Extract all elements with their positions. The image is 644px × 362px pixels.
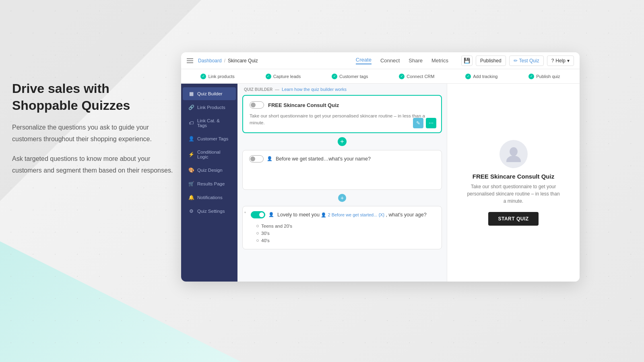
toggle-knob	[251, 103, 256, 107]
published-button[interactable]: Published	[476, 56, 506, 66]
conditional-logic-icon: ⚡	[188, 152, 194, 157]
check-capture-leads-icon: ✓	[266, 74, 271, 79]
nav-metrics[interactable]: Metrics	[431, 58, 448, 64]
preview-avatar	[500, 140, 528, 168]
published-label: Published	[480, 58, 502, 64]
question-header-1: 👤 Before we get started…what's your name…	[249, 155, 435, 162]
sidebar-label-quiz-design: Quiz Design	[197, 168, 223, 173]
top-actions: 💾 Published ✏ Test Quiz ? Help ▾	[461, 56, 574, 66]
results-page-icon: 🛒	[188, 181, 194, 187]
builder-area: QUIZ BUILDER — Learn how the quiz builde…	[237, 84, 447, 282]
app-window: Dashboard / Skincare Quiz Create Connect…	[181, 52, 580, 282]
quiz-card-title: FREE Skincare Consult Quiz	[268, 102, 339, 108]
quiz-design-icon: 🎨	[188, 167, 194, 173]
help-chevron-icon: ▾	[567, 58, 570, 64]
progress-link-products-label: Link products	[208, 74, 234, 79]
breadcrumb-current: Skincare Quiz	[228, 58, 258, 64]
progress-customer-tags: ✓ Customer tags	[332, 74, 368, 79]
question-card-1: 👤 Before we get started…what's your name…	[242, 150, 442, 190]
nav-connect[interactable]: Connect	[380, 58, 400, 64]
check-link-products-icon: ✓	[200, 74, 206, 79]
check-connect-crm-icon: ✓	[399, 74, 405, 79]
quiz-card-header: FREE Skincare Consult Quiz	[250, 101, 435, 109]
progress-connect-crm-label: Connect CRM	[407, 74, 434, 79]
learn-link[interactable]: Learn how the quiz builder works	[282, 87, 347, 92]
paragraph2: Ask targeted questions to know more abou…	[12, 153, 173, 177]
quiz-edit-button[interactable]: ✎	[413, 118, 423, 128]
start-quiz-button[interactable]: START QUIZ	[488, 212, 538, 226]
check-add-tracking-icon: ✓	[465, 74, 471, 79]
avatar-bg	[500, 140, 528, 168]
quiz-more-button[interactable]: ⋯	[426, 118, 436, 128]
progress-bar: ✓ Link products ✓ Capture leads ✓ Custom…	[181, 69, 580, 84]
answer-label-2: 30's	[261, 231, 270, 236]
test-quiz-icon: ✏	[514, 58, 518, 64]
preview-description: Take our short questionnaire to get your…	[465, 183, 562, 205]
progress-add-tracking-label: Add tracking	[473, 74, 497, 79]
toggle-knob-1	[250, 156, 255, 161]
answer-list-2: Teens and 20's 30's 40's	[251, 222, 435, 244]
progress-connect-crm: ✓ Connect CRM	[399, 74, 434, 79]
progress-add-tracking: ✓ Add tracking	[465, 74, 497, 79]
quiz-builder-icon: ▦	[188, 91, 194, 97]
breadcrumb-dashboard[interactable]: Dashboard	[198, 58, 222, 64]
svg-point-0	[510, 147, 518, 156]
main-content: ▦ Quiz Builder 🔗 Link Products 🏷 Link Ca…	[181, 84, 580, 282]
answer-item-1: Teens and 20's	[256, 222, 435, 230]
sidebar-label-notifications: Notifications	[197, 195, 223, 200]
menu-icon[interactable]	[187, 58, 193, 63]
sidebar-item-customer-tags[interactable]: 👤 Customer Tags	[183, 132, 236, 145]
check-customer-tags-icon: ✓	[332, 74, 337, 79]
sidebar-item-link-products[interactable]: 🔗 Link Products	[183, 101, 236, 114]
answer-bullet-3	[256, 239, 259, 242]
preview-title: FREE Skincare Consult Quiz	[473, 173, 554, 180]
question-ref-tag: 👤 2 Before we get started... {X}	[321, 212, 384, 217]
svg-point-1	[506, 156, 521, 162]
progress-capture-leads-label: Capture leads	[273, 74, 301, 79]
save-button[interactable]: 💾	[461, 56, 473, 66]
answer-label-1: Teens and 20's	[261, 224, 292, 228]
quiz-toggle[interactable]	[250, 101, 264, 109]
test-quiz-button[interactable]: ✏ Test Quiz	[509, 56, 544, 66]
add-question-button[interactable]: +	[338, 137, 347, 146]
paragraph1: Personalize the questions you ask to gui…	[12, 122, 173, 145]
quiz-card: FREE Skincare Consult Quiz Take our shor…	[242, 95, 442, 133]
sidebar-label-link-cat-tags: Link Cat. & Tags	[197, 118, 230, 128]
sidebar-item-notifications[interactable]: 🔔 Notifications	[183, 191, 236, 204]
builder-header: QUIZ BUILDER — Learn how the quiz builde…	[237, 84, 447, 95]
toggle-knob-2	[259, 212, 264, 217]
answer-item-3: 40's	[256, 237, 435, 244]
headline: Drive sales with Shoppable Quizzes	[12, 80, 173, 114]
nav-share[interactable]: Share	[409, 58, 423, 64]
quiz-card-description: Take our short questionnaire to get your…	[250, 113, 435, 127]
sidebar-item-quiz-builder[interactable]: ▦ Quiz Builder	[183, 87, 236, 100]
sidebar-item-results-page[interactable]: 🛒 Results Page	[183, 177, 236, 190]
add-question-button-2[interactable]: +	[338, 194, 346, 202]
progress-publish-quiz-label: Publish quiz	[536, 74, 560, 79]
link-cat-tags-icon: 🏷	[188, 120, 194, 126]
sidebar-item-conditional-logic[interactable]: ⚡ Conditional Logic	[183, 146, 236, 163]
help-label: Help	[555, 58, 566, 64]
sidebar-item-quiz-design[interactable]: 🎨 Quiz Design	[183, 164, 236, 177]
builder-header-separator: —	[275, 87, 279, 92]
top-nav: Create Connect Share Metrics	[356, 57, 448, 64]
top-bar: Dashboard / Skincare Quiz Create Connect…	[181, 52, 580, 69]
quiz-card-actions: ✎ ⋯	[413, 118, 436, 128]
question-toggle-1[interactable]	[249, 155, 264, 162]
help-button[interactable]: ? Help ▾	[547, 56, 574, 66]
sidebar-label-quiz-settings: Quiz Settings	[197, 209, 225, 214]
help-icon: ?	[551, 58, 554, 64]
progress-link-products: ✓ Link products	[200, 74, 234, 79]
sidebar-label-conditional-logic: Conditional Logic	[197, 150, 230, 159]
nav-create[interactable]: Create	[356, 57, 372, 64]
answer-bullet-1	[256, 225, 259, 227]
question-toggle-2[interactable]	[251, 211, 265, 218]
quiz-settings-icon: ⚙	[188, 208, 194, 214]
notifications-icon: 🔔	[188, 195, 194, 200]
link-products-icon: 🔗	[188, 105, 194, 110]
answer-item-2: 30's	[256, 230, 435, 237]
sidebar-item-link-cat-tags[interactable]: 🏷 Link Cat. & Tags	[183, 115, 236, 132]
sidebar-item-quiz-settings[interactable]: ⚙ Quiz Settings	[183, 205, 236, 218]
question-header-2: 👤 Lovely to meet you 👤 2 Before we get s…	[251, 211, 435, 218]
check-publish-quiz-icon: ✓	[528, 74, 534, 79]
